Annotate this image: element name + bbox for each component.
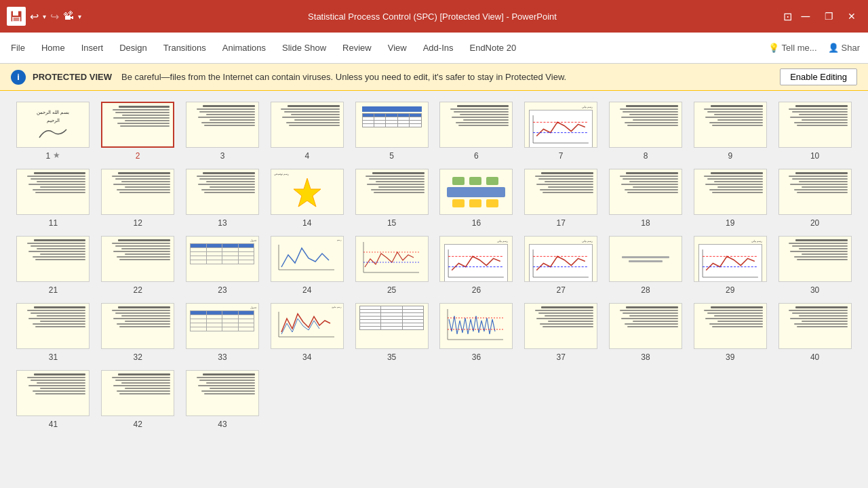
tab-animations[interactable]: Animations (214, 33, 274, 64)
slide-item-36[interactable]: 36 (437, 303, 516, 362)
share-button[interactable]: 👤 Shar (823, 43, 865, 53)
slide-item-22[interactable]: 22 (98, 236, 178, 295)
slide-thumb-33[interactable]: جدول (186, 303, 259, 349)
slide-item-18[interactable]: 18 (606, 169, 686, 228)
slide-thumb-22[interactable] (101, 236, 174, 282)
slide-item-40[interactable]: 40 (775, 303, 854, 362)
slide-thumb-21[interactable] (16, 236, 90, 282)
slide-thumb-34[interactable]: رسم ملون (271, 303, 344, 349)
slide-item-41[interactable]: 41 (14, 370, 93, 429)
slide-item-43[interactable]: 43 (183, 370, 262, 429)
slide-item-6[interactable]: 6 (437, 102, 516, 161)
slide-thumb-30[interactable] (778, 236, 852, 282)
tab-home[interactable]: Home (33, 33, 73, 64)
minimize-button[interactable]: ─ (796, 7, 815, 26)
slide-item-34[interactable]: رسم ملون 34 (267, 303, 347, 362)
slide-item-21[interactable]: 21 (14, 236, 93, 295)
slide-thumb-12[interactable] (101, 169, 174, 215)
slide-item-13[interactable]: 13 (183, 169, 262, 228)
tab-file[interactable]: File (3, 33, 33, 64)
slide-item-7[interactable]: رسم بياني 7 (521, 102, 601, 161)
slide-item-15[interactable]: 15 (352, 169, 431, 228)
slide-thumb-37[interactable] (524, 303, 597, 349)
slide-thumb-14[interactable]: رسم توضيحي (271, 169, 344, 215)
slide-thumb-27[interactable]: رسم بياني (524, 236, 597, 282)
redo-icon[interactable]: ↪ (50, 10, 59, 23)
slide-item-11[interactable]: 11 (14, 169, 93, 228)
slide-thumb-1[interactable]: بسم الله الرحمن الرحيم (16, 102, 90, 148)
tab-view[interactable]: View (380, 33, 415, 64)
slide-thumb-3[interactable] (186, 102, 259, 148)
slide-thumb-25[interactable] (355, 236, 429, 282)
slide-item-20[interactable]: 20 (775, 169, 854, 228)
ribbon-display-icon[interactable]: ⊡ (783, 10, 792, 23)
slide-thumb-17[interactable] (524, 169, 597, 215)
slide-item-1[interactable]: بسم الله الرحمن الرحيم 1★ (14, 102, 93, 161)
slide-thumb-10[interactable] (778, 102, 852, 148)
slide-thumb-32[interactable] (101, 303, 174, 349)
tab-addins[interactable]: Add-Ins (415, 33, 462, 64)
slide-item-16[interactable]: 16 (437, 169, 516, 228)
slide-item-4[interactable]: 4 (267, 102, 347, 161)
slide-thumb-9[interactable] (694, 102, 767, 148)
tab-slideshow[interactable]: Slide Show (274, 33, 334, 64)
slide-thumb-41[interactable] (16, 370, 90, 416)
slide-item-27[interactable]: رسم بياني 27 (521, 236, 601, 295)
slide-thumb-4[interactable] (271, 102, 344, 148)
slide-thumb-5[interactable] (355, 102, 429, 148)
tell-me-box[interactable]: 💡 Tell me... (763, 43, 823, 53)
slide-thumb-16[interactable] (439, 169, 513, 215)
slide-thumb-15[interactable] (355, 169, 429, 215)
slide-thumb-19[interactable] (694, 169, 767, 215)
slide-thumb-20[interactable] (778, 169, 852, 215)
slide-thumb-11[interactable] (16, 169, 90, 215)
slide-thumb-36[interactable] (439, 303, 513, 349)
slide-item-24[interactable]: رسم 24 (267, 236, 347, 295)
slide-thumb-13[interactable] (186, 169, 259, 215)
slide-item-28[interactable]: 28 (606, 236, 686, 295)
save-icon[interactable] (7, 7, 26, 26)
tab-design[interactable]: Design (111, 33, 155, 64)
slide-thumb-24[interactable]: رسم (271, 236, 344, 282)
slide-thumb-42[interactable] (101, 370, 174, 416)
slide-thumb-26[interactable]: رسم بياني (439, 236, 513, 282)
slide-item-5[interactable]: 5 (352, 102, 431, 161)
slide-item-3[interactable]: 3 (183, 102, 262, 161)
slide-item-31[interactable]: 31 (14, 303, 93, 362)
quick-access-icon[interactable]: 📽 (63, 10, 74, 22)
slide-item-42[interactable]: 42 (98, 370, 178, 429)
slide-item-32[interactable]: 32 (98, 303, 178, 362)
undo-dropdown[interactable]: ▾ (43, 13, 46, 20)
slide-item-17[interactable]: 17 (521, 169, 601, 228)
slide-thumb-28[interactable] (609, 236, 682, 282)
slide-thumb-43[interactable] (186, 370, 259, 416)
slide-thumb-29[interactable]: رسم بياني (694, 236, 767, 282)
slide-item-29[interactable]: رسم بياني 29 (690, 236, 770, 295)
slide-thumb-31[interactable] (16, 303, 90, 349)
tab-transitions[interactable]: Transitions (155, 33, 214, 64)
slide-thumb-38[interactable] (609, 303, 682, 349)
slide-item-14[interactable]: رسم توضيحي 14 (267, 169, 347, 228)
slide-item-37[interactable]: 37 (521, 303, 601, 362)
restore-button[interactable]: ❐ (819, 7, 838, 26)
undo-icon[interactable]: ↩ (30, 10, 39, 23)
tab-review[interactable]: Review (334, 33, 380, 64)
slide-thumb-23[interactable]: جدول (186, 236, 259, 282)
tab-insert[interactable]: Insert (73, 33, 112, 64)
slide-item-33[interactable]: جدول 33 (183, 303, 262, 362)
slide-item-25[interactable]: 25 (352, 236, 431, 295)
slide-item-39[interactable]: 39 (690, 303, 770, 362)
slide-item-10[interactable]: 10 (775, 102, 854, 161)
tab-endnote[interactable]: EndNote 20 (461, 33, 524, 64)
slide-item-38[interactable]: 38 (606, 303, 686, 362)
slide-thumb-7[interactable]: رسم بياني (524, 102, 597, 148)
slide-item-35[interactable]: 35 (352, 303, 431, 362)
slide-thumb-40[interactable] (778, 303, 852, 349)
slide-item-19[interactable]: 19 (690, 169, 770, 228)
slide-item-2[interactable]: 2 (98, 102, 178, 161)
slide-thumb-2[interactable] (101, 102, 174, 148)
slide-thumb-6[interactable] (439, 102, 513, 148)
slide-item-23[interactable]: جدول 23 (183, 236, 262, 295)
slide-item-9[interactable]: 9 (690, 102, 770, 161)
enable-editing-button[interactable]: Enable Editing (780, 68, 857, 85)
